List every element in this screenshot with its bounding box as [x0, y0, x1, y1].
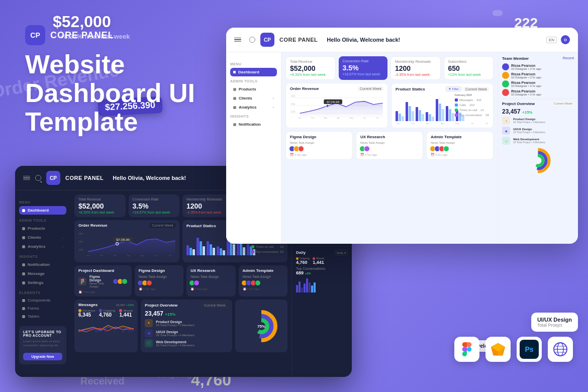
dark-bottom-row: Project Dashboard Figma Design News Task…	[74, 265, 287, 297]
light-stat-membership: Membership Renewals 1200 -4.35% from las…	[390, 56, 441, 80]
donut-svg: 75%	[244, 309, 279, 344]
light-member-3: Rissa Pearson 10 Designer • 2 hr ago	[502, 80, 574, 87]
sidebar-item-notification[interactable]: Notification	[19, 260, 66, 269]
svg-text:$27,256,390: $27,256,390	[327, 101, 340, 104]
ux-design-card: UI/UX Design Total Proejct	[531, 313, 578, 332]
light-figma-title: Figma Design	[290, 135, 348, 139]
light-member-2: Rissa Pearson 10 Designer • 2 hr ago	[502, 72, 574, 79]
received-value: 6,345	[78, 312, 95, 318]
sketch-icon	[485, 337, 511, 362]
sidebar-item-forms[interactable]: Forms	[19, 305, 66, 312]
upgrade-button[interactable]: Upgrade Now	[23, 353, 62, 360]
order-chart-card: Order Revenue Current Week 30M 20M 10M	[74, 220, 179, 262]
dark-menu-title: MENU	[19, 201, 66, 204]
proj-uiux-sub: 26 Total Proejct • 4 Members	[156, 334, 228, 337]
light-logo-badge: CP	[260, 33, 274, 47]
stat-revenue-label: Total Revenue	[78, 198, 122, 201]
outgoing-value: 4,760	[99, 312, 115, 318]
svg-text:Apr: Apr	[127, 255, 131, 257]
light-lang: EN	[546, 37, 557, 43]
admin-avatars	[243, 280, 283, 286]
svg-text:Jan: Jan	[299, 117, 302, 119]
sidebar-item-dashboard[interactable]: Dashboard	[19, 206, 66, 215]
svg-text:Sat: Sat	[122, 331, 125, 333]
figma-card-time: ⏰ 4 hrs ago	[139, 287, 179, 290]
svg-text:$27,256,390: $27,256,390	[116, 239, 130, 241]
figma-project-name: Figma Design	[89, 275, 111, 282]
messages-title: Messages	[78, 303, 97, 307]
stat-member-label: Membership Renewals	[186, 198, 230, 201]
messages-daily-card: Messages 23,457 +15% Received 6,345 Outg…	[74, 300, 138, 352]
light-sidebar-notification[interactable]: Notification	[230, 120, 277, 129]
ux-avatars	[190, 280, 231, 286]
light-conv-value: 3.5%	[343, 64, 384, 72]
sidebar-item-products[interactable]: Products	[19, 224, 66, 233]
figma-project-icon	[78, 277, 86, 285]
light-conv-change: +16.67% from last week	[343, 72, 384, 76]
light-proj-total: 23,457 +15%	[502, 108, 574, 115]
dark-elements-title: ELEMENTS	[19, 291, 66, 295]
light-sidebar-products[interactable]: Products	[230, 85, 277, 93]
sidebar-item-components[interactable]: Components	[19, 297, 66, 304]
figma-project-details: Figma Design News Task Assign	[89, 275, 111, 288]
light-admin-title: ADMIN TOOLS	[230, 79, 277, 83]
light-member-change: -4.35% from last week	[395, 73, 436, 76]
svg-text:10M: 10M	[78, 249, 83, 251]
figma-task-avatars	[139, 280, 179, 286]
order-period-badge[interactable]: Current Week	[150, 223, 175, 228]
light-right-panel: Team Member Recent Rissa Pearson 10 Desi…	[498, 52, 578, 244]
sidebar-item-analytics[interactable]: Analytics ›	[19, 242, 66, 251]
light-revenue-change: +8.33% from last week	[290, 73, 331, 76]
light-search-icon[interactable]	[249, 37, 255, 43]
figma-project-sub: News Task Assign	[89, 282, 111, 288]
svg-text:20M: 20M	[78, 241, 83, 243]
proj-webdev: ⬡ Web Development 26 Total Proejct • 4 M…	[145, 339, 228, 347]
logo-badge: CP	[25, 25, 45, 45]
proj-uiux-name: UI/UX Design	[156, 330, 228, 334]
light-order-period[interactable]: Current Week	[358, 86, 383, 91]
hamburger-menu[interactable]	[23, 176, 30, 180]
light-statics-bars: February 2024 Messages321 Calls222 Times…	[396, 93, 489, 121]
sidebar-item-clients[interactable]: Clients ›	[19, 233, 66, 242]
svg-text:10M: 10M	[290, 111, 295, 113]
svg-text:Thu: Thu	[104, 331, 107, 333]
light-sub-label: Subscribers	[448, 60, 489, 63]
figma-icon	[454, 337, 479, 362]
light-sidebar-dashboard[interactable]: Dashboard	[230, 68, 277, 76]
search-icon[interactable]	[35, 175, 41, 181]
svg-text:Jun: Jun	[363, 117, 366, 119]
light-logo-text: CORE PANEL	[279, 37, 318, 43]
sidebar-item-settings[interactable]: Settings	[19, 278, 66, 287]
svg-text:30M: 30M	[290, 95, 295, 97]
admin-time: ⏰ 4 hrs ago	[243, 287, 283, 290]
ux-task-row: News Task Assign	[190, 275, 231, 278]
stat-total-revenue: Total Revenue $52,000 +8.33% from last w…	[74, 194, 126, 217]
svg-point-19	[116, 242, 119, 245]
light-team-recent: Recent	[563, 56, 574, 61]
light-proj-period[interactable]: Current Week	[552, 102, 574, 106]
light-hamburger[interactable]	[234, 38, 241, 42]
project-dashboard-title: Project Dashboard	[78, 268, 128, 273]
light-menu-title: MENU	[230, 62, 277, 66]
light-filter[interactable]: ▼ Filter	[446, 86, 461, 91]
upgrade-desc: Lorem ipsum dolor sit amet, consectetur …	[23, 339, 62, 348]
svg-text:Jul: Jul	[376, 117, 378, 119]
light-avatar[interactable]: O	[561, 35, 570, 44]
ux-research-card: UX Research News Task Assign ⏰ 4 hrs ago	[186, 265, 235, 297]
donut-chart-card: 75%	[235, 300, 287, 352]
light-sidebar-clients[interactable]: Clients ›	[230, 94, 277, 103]
light-bottom-row: Figma Design News Task Assign ⏰ 4 hrs ag…	[285, 131, 494, 160]
figma-task-label: News Task Assign	[139, 275, 167, 278]
light-ux-card: UX Research News Task Assign ⏰ 4 hrs ago	[356, 131, 423, 160]
light-revenue-label: Total Revenue	[290, 60, 331, 63]
svg-text:Mon: Mon	[78, 331, 81, 333]
proj-product-design: ✦ Product Design 26 Total Proejct • 4 Me…	[145, 319, 228, 327]
light-order-svg: 30M 20M 10M $27,256,390	[290, 93, 383, 121]
light-donut	[502, 147, 574, 174]
svg-text:30M: 30M	[78, 233, 83, 235]
light-product-period[interactable]: Current Week	[463, 87, 489, 91]
sidebar-item-message[interactable]: Message	[19, 269, 66, 278]
sidebar-item-tables[interactable]: Tables	[19, 313, 66, 320]
admin-template-title: Admin Template	[243, 268, 283, 273]
light-sidebar-analytics[interactable]: Analytics ›	[230, 103, 277, 112]
